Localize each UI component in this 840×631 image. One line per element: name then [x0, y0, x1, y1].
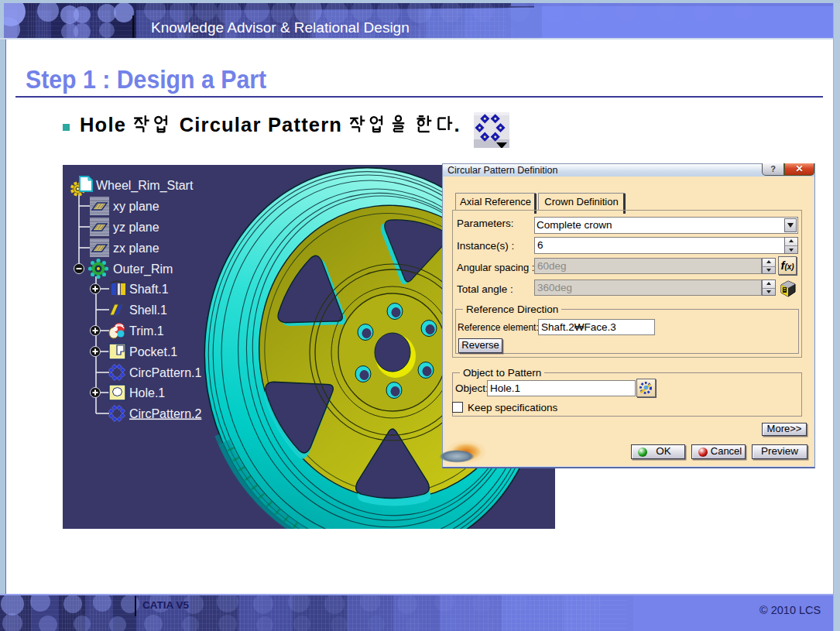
svg-text:Wheel_Rim_Start: Wheel_Rim_Start	[96, 179, 194, 193]
svg-text:xy plane: xy plane	[113, 200, 159, 213]
svg-text:© 2010 LCS: © 2010 LCS	[759, 604, 821, 616]
svg-text:zx plane: zx plane	[113, 242, 159, 255]
svg-text:Outer_Rim: Outer_Rim	[113, 262, 173, 276]
svg-text:yz plane: yz plane	[113, 221, 159, 234]
svg-text:Trim.1: Trim.1	[129, 324, 164, 338]
svg-text:CATIA V5: CATIA V5	[142, 599, 189, 611]
svg-text:Hole.1: Hole.1	[129, 386, 165, 400]
svg-text:CircPattern.2: CircPattern.2	[129, 407, 201, 420]
svg-text:Knowledge Advisor & Relational: Knowledge Advisor & Relational Design	[151, 19, 410, 36]
svg-text:Shaft.1: Shaft.1	[129, 283, 169, 296]
svg-text:Shell.1: Shell.1	[129, 303, 167, 317]
svg-text:CircPattern.1: CircPattern.1	[129, 366, 201, 379]
svg-text:Pocket.1: Pocket.1	[129, 345, 177, 358]
